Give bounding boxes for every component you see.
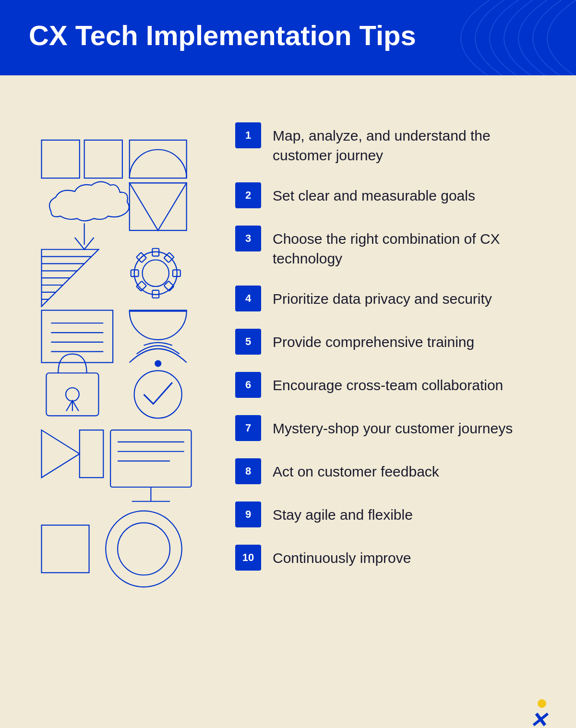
header: CX Tech Implementation Tips [0,0,576,75]
tip-number-1: 1 [235,122,261,148]
tip-text-3: Choose the right combination of CX techn… [273,226,547,268]
logo-dot [538,699,546,708]
main-content: 1Map, analyze, and understand the custom… [0,75,576,699]
tip-item-8: 8Act on customer feedback [235,450,547,493]
svg-point-6 [134,252,177,295]
tip-number-2: 2 [235,182,261,208]
svg-rect-0 [42,140,80,178]
illustration-svg [36,135,199,639]
tip-text-6: Encourage cross-team collaboration [273,372,503,395]
tip-number-4: 4 [235,286,261,311]
svg-point-32 [66,388,79,401]
tip-number-5: 5 [235,329,261,355]
svg-point-29 [155,361,161,367]
svg-marker-35 [42,430,80,477]
svg-point-34 [134,370,182,418]
tip-text-1: Map, analyze, and understand the custome… [273,122,547,165]
tip-item-6: 6Encourage cross-team collaboration [235,363,547,406]
tips-panel: 1Map, analyze, and understand the custom… [235,104,547,670]
tip-number-7: 7 [235,415,261,441]
brand-logo: ✕ [529,699,547,728]
illustration-panel [29,104,206,670]
tip-text-5: Provide comprehensive training [273,329,474,352]
tip-item-4: 4Prioritize data privacy and security [235,277,547,320]
tip-number-9: 9 [235,501,261,527]
tip-item-3: 3Choose the right combination of CX tech… [235,217,547,277]
tip-number-3: 3 [235,226,261,251]
tip-text-8: Act on customer feedback [273,458,439,482]
tip-number-6: 6 [235,372,261,398]
svg-point-45 [118,523,170,575]
svg-rect-37 [110,430,191,487]
svg-rect-1 [84,140,122,178]
tip-item-7: 7Mystery-shop your customer journeys [235,406,547,450]
tip-number-8: 8 [235,458,261,484]
tip-text-7: Mystery-shop your customer journeys [273,415,513,439]
tip-item-9: 9Stay agile and flexible [235,493,547,536]
svg-marker-4 [130,183,187,230]
page-title: CX Tech Implementation Tips [29,19,547,51]
tip-text-9: Stay agile and flexible [273,501,413,525]
tip-item-1: 1Map, analyze, and understand the custom… [235,114,547,174]
logo-x-text: ✕ [529,710,547,728]
svg-point-7 [143,260,169,286]
tip-item-2: 2Set clear and measurable goals [235,174,547,217]
tip-item-5: 5Provide comprehensive training [235,320,547,363]
tip-text-4: Prioritize data privacy and security [273,286,492,309]
svg-rect-36 [80,430,104,477]
tip-number-10: 10 [235,545,261,571]
tip-item-10: 10Continuously improve [235,536,547,579]
svg-rect-43 [42,525,89,573]
svg-marker-5 [130,183,187,230]
tip-text-2: Set clear and measurable goals [273,182,475,206]
footer-logo: ✕ [0,699,576,728]
svg-rect-2 [130,140,187,178]
svg-rect-30 [130,310,187,311]
tip-text-10: Continuously improve [273,545,411,568]
